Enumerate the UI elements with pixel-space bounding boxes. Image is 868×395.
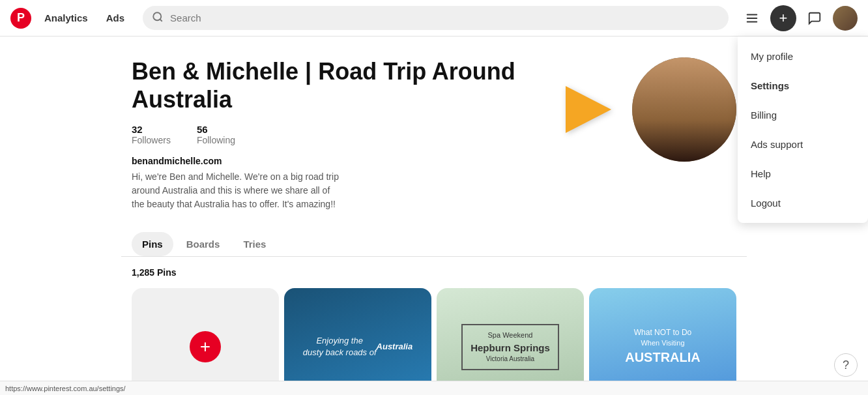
- followers-label: Followers: [132, 135, 171, 145]
- tab-tries[interactable]: Tries: [233, 232, 276, 256]
- svg-rect-2: [747, 14, 758, 15]
- pin-card[interactable]: What NOT to Do When Visiting AUSTRALIA: [589, 288, 736, 395]
- help-button[interactable]: ?: [834, 353, 858, 377]
- profile-info: Ben & Michelle | Road Trip Around Austra…: [132, 57, 540, 211]
- profile-bio: Hi, we're Ben and Michelle. We're on a b…: [132, 170, 340, 211]
- search-input[interactable]: [143, 6, 729, 30]
- messages-button[interactable]: [802, 5, 828, 31]
- main-content: Ben & Michelle | Road Trip Around Austra…: [121, 37, 747, 395]
- followers-stat: 32 Followers: [132, 124, 171, 145]
- add-pin-card[interactable]: +: [132, 288, 279, 395]
- menu-item-ads-support[interactable]: Ads support: [738, 130, 868, 159]
- arrow-right: [566, 86, 611, 133]
- menu-button[interactable]: [739, 5, 765, 31]
- menu-item-help[interactable]: Help: [738, 159, 868, 188]
- status-bar: https://www.pinterest.com.au/settings/: [0, 381, 868, 395]
- following-label: Following: [197, 135, 235, 145]
- status-url: https://www.pinterest.com.au/settings/: [5, 385, 126, 392]
- profile-name: Ben & Michelle | Road Trip Around Austra…: [132, 57, 540, 113]
- pinterest-logo[interactable]: P: [10, 8, 31, 29]
- tabs-section: Pins Boards Tries: [121, 232, 747, 257]
- add-button[interactable]: +: [770, 5, 796, 31]
- pin-image: Enjoying thedusty back roads ofAustralia: [284, 288, 431, 395]
- header-nav: Analytics Ads: [36, 7, 132, 29]
- svg-rect-4: [747, 21, 758, 22]
- tab-pins[interactable]: Pins: [132, 232, 173, 256]
- svg-point-0: [153, 12, 161, 20]
- nav-analytics[interactable]: Analytics: [36, 7, 96, 29]
- tabs: Pins Boards Tries: [132, 232, 736, 256]
- profile-stats: 32 Followers 56 Following: [132, 124, 540, 145]
- menu-item-my-profile[interactable]: My profile: [738, 42, 868, 71]
- pins-count-number: 1,285: [132, 267, 154, 278]
- pins-count: 1,285 Pins: [121, 267, 747, 278]
- pin-card[interactable]: Enjoying thedusty back roads ofAustralia: [284, 288, 431, 395]
- pin-image: What NOT to Do When Visiting AUSTRALIA: [589, 288, 736, 395]
- search-icon: [152, 11, 164, 25]
- svg-rect-3: [747, 18, 758, 19]
- header-actions: +: [739, 5, 858, 31]
- tab-boards[interactable]: Boards: [176, 232, 231, 256]
- profile-avatar-area: [566, 57, 736, 162]
- profile-section: Ben & Michelle | Road Trip Around Austra…: [121, 57, 747, 227]
- svg-line-1: [160, 19, 162, 21]
- menu-item-settings[interactable]: Settings: [738, 71, 868, 100]
- add-pin-icon: +: [190, 331, 221, 362]
- profile-website[interactable]: benandmichelle.com: [132, 156, 540, 166]
- pin-card[interactable]: Spa Weekend Hepburn Springs Victoria Aus…: [437, 288, 584, 395]
- pin-image: Spa Weekend Hepburn Springs Victoria Aus…: [437, 288, 584, 395]
- menu-item-billing[interactable]: Billing: [738, 100, 868, 130]
- following-stat: 56 Following: [197, 124, 235, 145]
- user-avatar[interactable]: [833, 6, 858, 31]
- header: P Analytics Ads +: [0, 0, 868, 37]
- pins-grid: + Enjoying thedusty back roads ofAustral…: [121, 288, 747, 395]
- following-count: 56: [197, 124, 235, 135]
- profile-avatar-circle: [632, 57, 736, 162]
- followers-count: 32: [132, 124, 171, 135]
- menu-item-logout[interactable]: Logout: [738, 188, 868, 218]
- dropdown-menu: My profile Settings Billing Ads support …: [738, 37, 868, 223]
- search-container: [143, 6, 729, 30]
- nav-ads[interactable]: Ads: [98, 7, 132, 29]
